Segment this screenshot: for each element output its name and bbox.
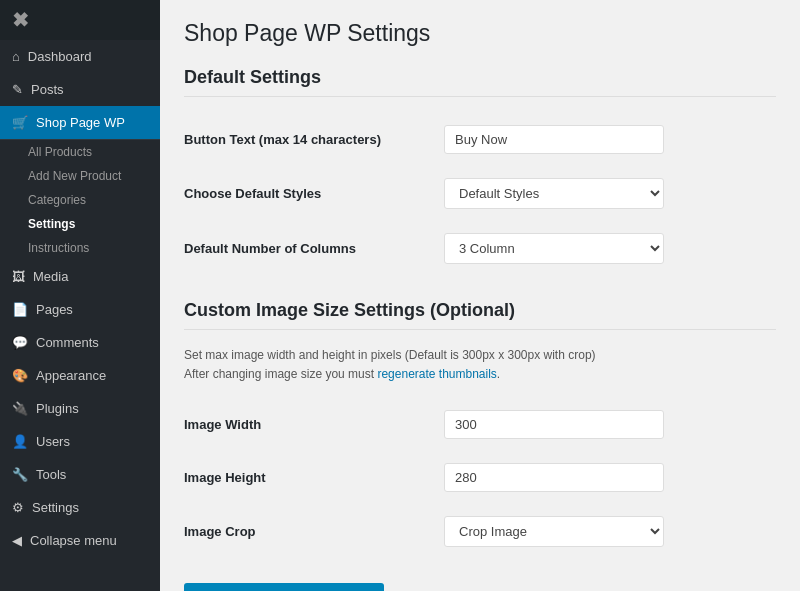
sidebar-item-comments-label: Comments <box>36 335 99 350</box>
sidebar-collapse-label: Collapse menu <box>30 533 117 548</box>
sidebar-item-collapse[interactable]: ◀ Collapse menu <box>0 524 160 557</box>
custom-section-title: Custom Image Size Settings (Optional) <box>184 300 776 330</box>
sidebar-item-users[interactable]: 👤 Users <box>0 425 160 458</box>
dashboard-icon: ⌂ <box>12 49 20 64</box>
button-text-label: Button Text (max 14 characters) <box>184 113 444 166</box>
page-title: Shop Page WP Settings <box>184 20 776 47</box>
settings-icon: ⚙ <box>12 500 24 515</box>
sidebar-subitem-all-products[interactable]: All Products <box>0 140 160 164</box>
regenerate-thumbnails-link[interactable]: regenerate thumbnails <box>377 367 496 381</box>
sidebar-item-settings-global[interactable]: ⚙ Settings <box>0 491 160 524</box>
sidebar-item-users-label: Users <box>36 434 70 449</box>
users-icon: 👤 <box>12 434 28 449</box>
button-text-cell <box>444 113 776 166</box>
comments-icon: 💬 <box>12 335 28 350</box>
sidebar-item-plugins-label: Plugins <box>36 401 79 416</box>
image-crop-cell: Crop Image No Crop <box>444 504 776 559</box>
sidebar-item-media-label: Media <box>33 269 68 284</box>
sidebar-item-shop-page-wp[interactable]: 🛒 Shop Page WP <box>0 106 160 139</box>
sidebar-item-tools-label: Tools <box>36 467 66 482</box>
table-row-default-styles: Choose Default Styles Default Styles Sty… <box>184 166 776 221</box>
image-settings-table: Image Width Image Height I <box>184 398 776 559</box>
default-settings-table: Button Text (max 14 characters) Choose D… <box>184 113 776 276</box>
default-columns-label: Default Number of Columns <box>184 221 444 276</box>
sidebar-subitem-instructions[interactable]: Instructions <box>0 236 160 260</box>
main-content: Shop Page WP Settings Default Settings B… <box>160 0 800 591</box>
tools-icon: 🔧 <box>12 467 28 482</box>
image-crop-label: Image Crop <box>184 504 444 559</box>
custom-section-description: Set max image width and height in pixels… <box>184 346 776 384</box>
sidebar-item-comments[interactable]: 💬 Comments <box>0 326 160 359</box>
plugins-icon: 🔌 <box>12 401 28 416</box>
image-height-input[interactable] <box>444 463 664 492</box>
default-columns-select[interactable]: 1 Column 2 Column 3 Column 4 Column <box>444 233 664 264</box>
media-icon: 🖼 <box>12 269 25 284</box>
custom-image-section: Custom Image Size Settings (Optional) Se… <box>184 300 776 591</box>
appearance-icon: 🎨 <box>12 368 28 383</box>
image-width-label: Image Width <box>184 398 444 451</box>
image-height-cell <box>444 451 776 504</box>
sidebar-item-plugins[interactable]: 🔌 Plugins <box>0 392 160 425</box>
image-height-label: Image Height <box>184 451 444 504</box>
sidebar-item-posts-label: Posts <box>31 82 64 97</box>
default-section-title: Default Settings <box>184 67 776 97</box>
sidebar-subitem-settings[interactable]: Settings <box>0 212 160 236</box>
sidebar-item-appearance[interactable]: 🎨 Appearance <box>0 359 160 392</box>
sidebar-item-shop-label: Shop Page WP <box>36 115 125 130</box>
default-styles-select[interactable]: Default Styles Style 1 Style 2 <box>444 178 664 209</box>
image-width-input[interactable] <box>444 410 664 439</box>
table-row-image-width: Image Width <box>184 398 776 451</box>
default-styles-cell: Default Styles Style 1 Style 2 <box>444 166 776 221</box>
table-row-button-text: Button Text (max 14 characters) <box>184 113 776 166</box>
sidebar-item-posts[interactable]: ✎ Posts <box>0 73 160 106</box>
sidebar-item-pages-label: Pages <box>36 302 73 317</box>
posts-icon: ✎ <box>12 82 23 97</box>
save-changes-button[interactable]: Save Changes <box>184 583 384 591</box>
image-width-cell <box>444 398 776 451</box>
sidebar-item-pages[interactable]: 📄 Pages <box>0 293 160 326</box>
sidebar-subitem-add-new-product[interactable]: Add New Product <box>0 164 160 188</box>
sidebar-item-dashboard-label: Dashboard <box>28 49 92 64</box>
default-styles-label: Choose Default Styles <box>184 166 444 221</box>
sidebar-item-tools[interactable]: 🔧 Tools <box>0 458 160 491</box>
wp-logo-icon: ✖ <box>12 8 29 32</box>
sidebar-logo: ✖ <box>0 0 160 40</box>
table-row-image-height: Image Height <box>184 451 776 504</box>
table-row-default-columns: Default Number of Columns 1 Column 2 Col… <box>184 221 776 276</box>
button-text-input[interactable] <box>444 125 664 154</box>
pages-icon: 📄 <box>12 302 28 317</box>
sidebar-subitem-categories[interactable]: Categories <box>0 188 160 212</box>
sidebar: ✖ ⌂ Dashboard ✎ Posts 🛒 Shop Page WP All… <box>0 0 160 591</box>
sidebar-item-dashboard[interactable]: ⌂ Dashboard <box>0 40 160 73</box>
shop-cart-icon: 🛒 <box>12 115 28 130</box>
image-crop-select[interactable]: Crop Image No Crop <box>444 516 664 547</box>
sidebar-item-media[interactable]: 🖼 Media <box>0 260 160 293</box>
sidebar-item-settings-global-label: Settings <box>32 500 79 515</box>
sidebar-item-appearance-label: Appearance <box>36 368 106 383</box>
default-columns-cell: 1 Column 2 Column 3 Column 4 Column <box>444 221 776 276</box>
table-row-image-crop: Image Crop Crop Image No Crop <box>184 504 776 559</box>
collapse-icon: ◀ <box>12 533 22 548</box>
